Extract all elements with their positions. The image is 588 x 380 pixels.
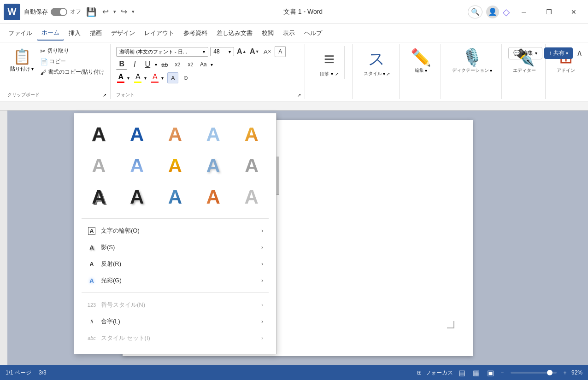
effect-r1c4[interactable]: A [196,121,230,148]
bold-button[interactable]: B [116,59,127,70]
effect-r1c3[interactable]: A [158,121,193,148]
save-icon[interactable]: 💾 [86,6,97,18]
undo-button[interactable]: ↩ [100,6,111,18]
menu-view[interactable]: 表示 [278,26,300,40]
paste-button[interactable]: 📋 貼り付け ▾ [7,46,36,74]
font-color-dropdown[interactable]: ▾ [127,76,129,81]
chat-dropdown[interactable]: ▾ [535,51,537,56]
effect-r1c1[interactable]: A [82,121,116,148]
ribbon-expand-button[interactable]: ∧ [575,46,584,60]
reflection-menu-item[interactable]: A 反射(R) › [82,256,269,272]
italic-button[interactable]: I [129,59,140,70]
font-name-dropdown[interactable]: ▾ [203,49,205,54]
text-effects-button[interactable]: A [167,72,178,83]
effect-r3c4[interactable]: A [196,183,230,211]
quick-access-dropdown[interactable]: ▾ [130,8,136,16]
format-painter-button[interactable]: 🖌 書式のコピー/貼り付け [38,67,106,77]
cut-button[interactable]: ✂ 切り取り [38,46,106,56]
font-name-box[interactable]: 游明朝 (本文のフォント - 日... ▾ [116,47,208,57]
superscript-button[interactable]: x2 [185,59,196,70]
share-dropdown[interactable]: ▾ [566,51,568,56]
view-web-button[interactable]: ▦ [471,368,482,378]
case-button[interactable]: Aa [198,59,209,70]
underline-button[interactable]: U [142,59,153,70]
zoom-minus[interactable]: － [500,369,505,377]
paragraph-button[interactable]: ≡ [324,50,335,68]
font-row-2: B I U ▾ ab x2 x2 Aa ▾ [116,59,301,70]
font-expand[interactable]: ↗ [297,93,301,98]
dictation-button[interactable]: 🎙️ ディクテーション ▾ [448,46,496,76]
autosave-toggle[interactable] [51,8,67,16]
editing-dropdown[interactable]: ▾ [425,68,427,73]
menu-references[interactable]: 参考資料 [179,26,212,40]
phonetic-button[interactable]: A [275,46,286,57]
menu-help[interactable]: ヘルプ [300,26,327,40]
underline-dropdown[interactable]: ▾ [155,62,157,67]
ligature-menu-item[interactable]: fi 合字(L) › [82,313,269,330]
effect-r3c2[interactable]: A [120,183,154,211]
text-color-button[interactable]: A [150,72,159,84]
effects-grid: A A A A A A A A A A A [82,121,269,211]
effect-r3c1[interactable]: A [82,183,116,211]
effect-r1c2[interactable]: A [120,121,154,148]
menu-design[interactable]: デザイン [106,26,140,40]
menu-home[interactable]: ホーム [37,26,64,41]
paragraph-dropdown[interactable]: ▾ [331,71,333,76]
menu-mailings[interactable]: 差し込み文書 [212,26,257,40]
redo-button[interactable]: ↪ [119,6,129,18]
search-button[interactable]: 🔍 [468,6,482,18]
effect-r1c5[interactable]: A [234,121,269,148]
effect-r2c5[interactable]: A [234,152,269,180]
zoom-slider[interactable] [511,372,557,374]
chat-button[interactable]: 💬 編集 ▾ [508,47,542,59]
shadow-menu-item[interactable]: A 影(S) › [82,239,269,256]
font-shrink-button[interactable]: A▼ [249,46,260,57]
restore-button[interactable]: ❐ [538,5,559,19]
view-print-button[interactable]: ▤ [457,368,467,378]
diamond-icon[interactable]: ◇ [503,6,510,18]
paragraph-expand[interactable]: ↗ [335,71,339,76]
numberstyle-icon: 123 [87,300,96,310]
effect-r3c3[interactable]: A [158,183,193,211]
close-button[interactable]: ✕ [563,5,584,19]
user-avatar[interactable]: 👤 [486,6,499,18]
font-grow-button[interactable]: A▲ [236,46,247,57]
editing-group: ✏️ 編集 ▾ [401,44,441,99]
menu-insert[interactable]: 挿入 [64,26,85,40]
dictation-dropdown[interactable]: ▾ [490,68,492,73]
glow-menu-item[interactable]: A 光彩(G) › [82,272,269,289]
styles-dropdown[interactable]: ▾ [383,71,385,76]
font-size-dropdown[interactable]: ▾ [229,49,231,54]
ruby-button[interactable]: ⊙ [180,72,191,83]
case-dropdown[interactable]: ▾ [211,62,213,67]
effect-r2c1[interactable]: A [82,152,116,180]
font-color-button[interactable]: A [116,72,125,84]
font-size-box[interactable]: 48 ▾ [210,47,234,56]
strikethrough-button[interactable]: ab [159,59,170,70]
highlight-button[interactable]: A [133,72,142,84]
effect-r2c4[interactable]: A [196,152,230,180]
editing-button[interactable]: ✏️ 編集 ▾ [407,46,435,76]
subscript-button[interactable]: x2 [172,59,183,70]
text-color-dropdown[interactable]: ▾ [161,76,164,81]
outline-menu-item[interactable]: A 文字の輪郭(O) › [82,222,269,239]
share-button[interactable]: ↑ 共有 ▾ [544,47,573,59]
zoom-plus[interactable]: ＋ [562,369,568,377]
copy-button[interactable]: 📄 コピー [38,57,106,66]
menu-draw[interactable]: 描画 [85,26,106,40]
menu-layout[interactable]: レイアウト [140,26,179,40]
paste-dropdown[interactable]: ▾ [31,66,34,71]
clipboard-expand[interactable]: ↗ [103,93,106,98]
clear-format-button[interactable]: A✕ [262,46,273,57]
effect-r2c3[interactable]: A [158,152,193,180]
effect-r2c2[interactable]: A [120,152,154,180]
view-read-button[interactable]: ▣ [485,368,496,378]
menu-file[interactable]: ファイル [4,26,37,40]
styles-expand[interactable]: ↗ [386,71,390,76]
styles-button[interactable]: ス スタイル ▾ ↗ [360,46,394,79]
undo-dropdown[interactable]: ▾ [112,8,118,16]
effect-r3c5[interactable]: A [234,183,269,211]
highlight-dropdown[interactable]: ▾ [144,76,147,81]
minimize-button[interactable]: ─ [513,5,535,19]
menu-review[interactable]: 校閲 [257,26,278,40]
